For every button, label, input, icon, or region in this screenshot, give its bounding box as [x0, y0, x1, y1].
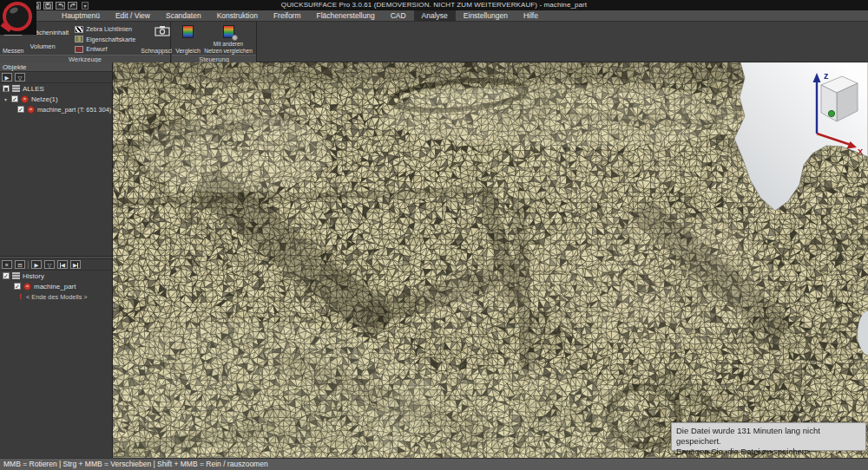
compare-meshes-label-2: Netzen vergleichen	[204, 48, 253, 54]
filter-history-icon[interactable]: ▽	[44, 260, 55, 269]
menu-hilfe[interactable]: Hilfe	[516, 10, 546, 21]
entwurf-button[interactable]: Entwurf	[75, 45, 135, 53]
skip-to-start-icon[interactable]: ◀	[57, 260, 68, 269]
filter-icon[interactable]: ▽	[15, 73, 25, 82]
tree-row-machine-part[interactable]: ✓ machine_part (T: 651 304)	[0, 104, 112, 114]
mesh-group-icon	[21, 95, 29, 103]
status-bar: MMB = Rotieren | Strg + MMB = Verschiebe…	[0, 458, 868, 470]
navigation-cube[interactable]: z x	[803, 66, 865, 154]
ribbon: Messen Flächeninhalt Volumen Zebra Licht…	[0, 22, 868, 62]
menu-cad[interactable]: CAD	[383, 10, 414, 21]
window-title: QUICKSURFACE Pro 3.0.61 (DEMOVERSION. NI…	[0, 1, 868, 9]
end-marker-icon: !	[17, 292, 23, 301]
menu-edit-view[interactable]: Edit / View	[108, 10, 158, 21]
mesh-canvas[interactable]	[113, 62, 868, 458]
z-axis-label: z	[824, 70, 829, 81]
toolbar-divider	[28, 261, 29, 269]
application-window: ▾ QUICKSURFACE Pro 3.0.61 (DEMOVERSION. …	[0, 0, 868, 470]
netze-label: Netze(1)	[31, 95, 58, 103]
y-axis-dot-icon	[828, 110, 834, 116]
zebra-label: Zebra Lichtlinien	[86, 25, 132, 33]
tree-row-ende[interactable]: ! < Ende des Modells >	[0, 291, 112, 302]
machine-part-checkbox[interactable]: ✓	[17, 106, 24, 113]
volumen-button[interactable]: Volumen	[30, 42, 69, 50]
tree-row-netze[interactable]: ▾ ✓ Netze(1)	[0, 94, 112, 104]
gear-icon	[232, 35, 238, 41]
netze-checkbox[interactable]: ✓	[11, 95, 18, 102]
menu-hauptmenu[interactable]: Hauptmenü	[54, 10, 108, 21]
messen-label: Messen	[3, 48, 24, 54]
x-axis-label: x	[858, 146, 864, 154]
eigenschaftskarte-label: Eigenschaftskarte	[86, 36, 135, 43]
skip-to-end-icon[interactable]: ▶	[70, 260, 81, 269]
alles-checkbox[interactable]	[3, 85, 10, 92]
ende-label: < Ende des Modells >	[26, 293, 88, 301]
app-logo-icon[interactable]	[3, 2, 32, 31]
colormap-icon	[182, 25, 194, 38]
title-bar: ▾ QUICKSURFACE Pro 3.0.61 (DEMOVERSION. …	[0, 0, 868, 10]
group-label-steuerung: Steuerung	[172, 55, 256, 62]
history-toolbar: ≡ ⊟ ▶ ▽ ◀ ▶	[0, 259, 112, 271]
menu-analyse[interactable]: Analyse	[414, 10, 456, 21]
tree-view-icon[interactable]: ⊟	[15, 260, 25, 269]
z-axis-arrowhead	[813, 73, 821, 82]
objekte-panel-header: Objekte	[0, 62, 112, 72]
mit-anderen-netzen-vergleichen-button[interactable]: Mit anderen Netzen vergleichen	[203, 23, 253, 55]
layers-icon	[12, 85, 20, 92]
toast-line-2: Erwägen Sie, die Datei zu speichern.	[676, 447, 861, 457]
history-checkbox[interactable]: ✓	[3, 272, 10, 279]
mesh-item-icon	[27, 106, 35, 114]
tree-row-history-machine-part[interactable]: ✓ machine_part	[0, 281, 112, 291]
sidebar: Objekte ▶ ▽ ALLES ▾ ✓ Netze(1) ✓ machine…	[0, 62, 113, 458]
colormap-gear-icon	[223, 25, 234, 38]
compare-meshes-label-1: Mit anderen	[214, 41, 243, 47]
history-mesh-icon	[23, 283, 31, 290]
history-machine-part-label: machine_part	[34, 283, 76, 290]
play-filter-icon[interactable]: ▶	[2, 73, 12, 82]
toast-line-1: Die Datei wurde 131 Minuten lang nicht g…	[676, 426, 861, 447]
tree-row-history[interactable]: ✓ History	[0, 271, 112, 281]
objekte-toolbar: ▶ ▽	[0, 72, 112, 83]
menu-einstellungen[interactable]: Einstellungen	[456, 10, 516, 21]
camera-icon	[155, 25, 170, 37]
alles-label: ALLES	[23, 85, 44, 93]
machine-part-label: machine_part (T: 651 304)	[37, 106, 111, 114]
mouse-hints-text: MMB = Rotieren | Strg + MMB = Verschiebe…	[3, 460, 268, 468]
ribbon-group-steuerung: Vergleich Mit anderen Netzen vergleichen…	[172, 22, 257, 62]
history-machine-part-checkbox[interactable]: ✓	[14, 283, 21, 290]
zebra-lichtlinien-button[interactable]: Zebra Lichtlinien	[75, 25, 135, 33]
x-axis	[817, 134, 851, 145]
list-icon[interactable]: ≡	[2, 260, 12, 269]
menu-scandaten[interactable]: Scandaten	[158, 10, 209, 21]
menu-konstruktion[interactable]: Konstruktion	[209, 10, 266, 21]
vergleich-label: Vergleich	[175, 48, 201, 54]
menu-bar: Hauptmenü Edit / View Scandaten Konstruk…	[0, 10, 868, 22]
viewport-3d[interactable]: z x Die Datei wurde 131 Minuten lang nic…	[113, 62, 868, 458]
property-map-icon	[75, 36, 83, 42]
history-layers-icon	[12, 272, 20, 279]
save-reminder-toast: Die Datei wurde 131 Minuten lang nicht g…	[671, 422, 866, 451]
eigenschaftskarte-button[interactable]: Eigenschaftskarte	[75, 36, 135, 43]
tree-row-alles[interactable]: ALLES	[0, 83, 112, 94]
menu-freiform[interactable]: Freiform	[266, 10, 309, 21]
entwurf-label: Entwurf	[86, 45, 107, 53]
menu-flaechenerstellung[interactable]: Flächenerstellung	[309, 10, 383, 21]
group-label-werkzeuge: Werkzeuge	[0, 55, 170, 62]
collapse-icon[interactable]: ▾	[3, 96, 9, 102]
zebra-stripes-icon	[75, 26, 83, 33]
logo-block	[0, 0, 36, 35]
history-label: History	[23, 272, 44, 280]
play-history-icon[interactable]: ▶	[31, 260, 42, 269]
draft-icon	[75, 46, 83, 53]
vergleich-button[interactable]: Vergleich	[174, 23, 201, 55]
